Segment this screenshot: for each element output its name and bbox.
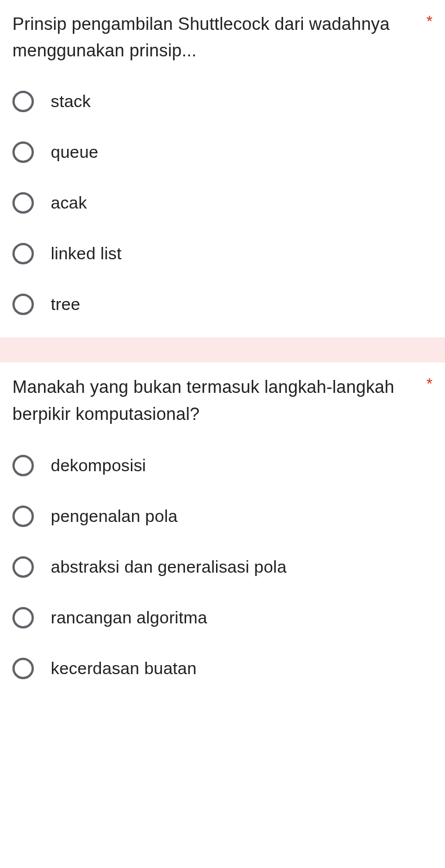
option-label: abstraksi dan generalisasi pola <box>51 557 287 577</box>
question-header-1: Prinsip pengambilan Shuttlecock dari wad… <box>12 11 433 64</box>
question-text-1: Prinsip pengambilan Shuttlecock dari wad… <box>12 11 418 64</box>
option-label: acak <box>51 193 87 212</box>
radio-icon <box>12 243 34 264</box>
radio-icon <box>12 556 34 578</box>
options-list-1: stack queue acak linked list tree <box>12 91 433 315</box>
question-card-2: Manakah yang bukan termasuk langkah-lang… <box>0 362 445 702</box>
option-abstraksi-dan-generalisasi-pola[interactable]: abstraksi dan generalisasi pola <box>12 556 433 578</box>
option-label: kecerdasan buatan <box>51 659 197 678</box>
radio-icon <box>12 607 34 628</box>
option-tree[interactable]: tree <box>12 294 433 315</box>
question-card-1: Prinsip pengambilan Shuttlecock dari wad… <box>0 0 445 338</box>
option-kecerdasan-buatan[interactable]: kecerdasan buatan <box>12 658 433 679</box>
required-asterisk-icon: * <box>426 11 433 32</box>
option-label: queue <box>51 143 98 162</box>
option-linked-list[interactable]: linked list <box>12 243 433 264</box>
option-dekomposisi[interactable]: dekomposisi <box>12 455 433 476</box>
option-stack[interactable]: stack <box>12 91 433 112</box>
question-text-2: Manakah yang bukan termasuk langkah-lang… <box>12 374 418 428</box>
card-divider <box>0 338 445 362</box>
radio-icon <box>12 455 34 476</box>
radio-icon <box>12 192 34 214</box>
radio-icon <box>12 91 34 112</box>
option-acak[interactable]: acak <box>12 192 433 214</box>
option-label: stack <box>51 92 91 111</box>
radio-icon <box>12 506 34 527</box>
option-label: dekomposisi <box>51 456 146 475</box>
option-label: tree <box>51 295 81 314</box>
option-rancangan-algoritma[interactable]: rancangan algoritma <box>12 607 433 628</box>
option-pengenalan-pola[interactable]: pengenalan pola <box>12 506 433 527</box>
question-header-2: Manakah yang bukan termasuk langkah-lang… <box>12 374 433 428</box>
option-label: rancangan algoritma <box>51 608 207 627</box>
options-list-2: dekomposisi pengenalan pola abstraksi da… <box>12 455 433 679</box>
radio-icon <box>12 658 34 679</box>
option-label: linked list <box>51 244 122 263</box>
radio-icon <box>12 141 34 163</box>
required-asterisk-icon: * <box>426 374 433 394</box>
option-queue[interactable]: queue <box>12 141 433 163</box>
radio-icon <box>12 294 34 315</box>
option-label: pengenalan pola <box>51 507 178 526</box>
